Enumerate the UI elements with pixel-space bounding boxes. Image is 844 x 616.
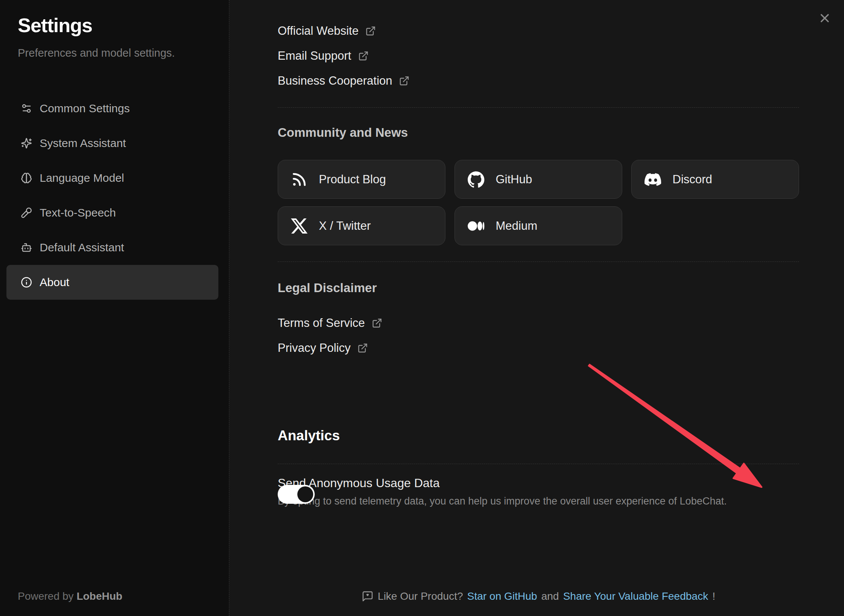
medium-icon [468, 218, 484, 234]
close-button[interactable] [816, 9, 834, 27]
sidebar-item-label: Common Settings [40, 102, 130, 115]
external-link-icon [358, 51, 369, 61]
divider [278, 107, 799, 108]
external-link-icon [399, 76, 410, 86]
share-feedback-link[interactable]: Share Your Valuable Feedback [563, 589, 708, 604]
sidebar-header: Settings Preferences and model settings. [0, 0, 229, 60]
usage-data-label: Send Anonymous Usage Data [278, 476, 799, 490]
toggle-knob [297, 486, 313, 502]
x-icon [291, 218, 308, 234]
button-label: Discord [672, 173, 712, 186]
button-label: GitHub [496, 173, 532, 186]
community-heading: Community and News [278, 125, 799, 140]
close-icon [818, 11, 832, 25]
settings-nav: Common Settings System Assistant Languag… [6, 91, 218, 300]
sidebar-item-system-assistant[interactable]: System Assistant [6, 126, 218, 161]
medium-button[interactable]: Medium [454, 206, 622, 245]
footer-text: ! [712, 589, 715, 604]
sidebar-item-label: System Assistant [40, 137, 126, 150]
external-link-icon [357, 343, 368, 353]
brain-icon [21, 172, 32, 184]
link-label: Official Website [278, 24, 359, 38]
sliders-icon [21, 103, 32, 114]
powered-by: Powered by LobeHub [18, 590, 122, 602]
sidebar-item-common-settings[interactable]: Common Settings [6, 91, 218, 126]
email-support-link[interactable]: Email Support [278, 43, 799, 68]
external-link-icon [365, 26, 376, 36]
x-twitter-button[interactable]: X / Twitter [278, 206, 445, 245]
legal-links: Terms of Service Privacy Policy [278, 311, 799, 361]
analytics-heading: Analytics [278, 428, 799, 443]
about-content: Contact Us Official Website Email Suppor… [278, 0, 799, 616]
sidebar-item-text-to-speech[interactable]: Text-to-Speech [6, 195, 218, 230]
rss-icon [291, 171, 308, 188]
footer-text: Like Our Product? [378, 589, 463, 604]
about-panel: Contact Us Official Website Email Suppor… [230, 0, 844, 616]
contact-us-heading: Contact Us [278, 0, 799, 2]
button-label: Product Blog [319, 173, 386, 186]
legal-disclaimer-heading: Legal Disclaimer [278, 280, 799, 296]
button-label: X / Twitter [319, 219, 371, 233]
terms-of-service-link[interactable]: Terms of Service [278, 311, 799, 336]
github-icon [468, 171, 484, 188]
footer-message: Like Our Product? Star on GitHub and Sha… [278, 589, 799, 604]
sidebar-item-label: About [40, 276, 69, 289]
sparkles-icon [21, 138, 32, 149]
mic-icon [21, 207, 32, 218]
button-label: Medium [496, 219, 537, 233]
sidebar-item-label: Language Model [40, 172, 124, 184]
sidebar-item-about[interactable]: About [6, 265, 218, 300]
sidebar-item-label: Text-to-Speech [40, 206, 116, 219]
official-website-link[interactable]: Official Website [278, 19, 799, 43]
discord-icon [645, 171, 661, 188]
business-cooperation-link[interactable]: Business Cooperation [278, 68, 799, 93]
feedback-bubble-icon [362, 590, 374, 602]
bot-icon [21, 242, 32, 253]
privacy-policy-link[interactable]: Privacy Policy [278, 336, 799, 361]
settings-sidebar: Settings Preferences and model settings.… [0, 0, 229, 616]
info-icon [21, 277, 32, 288]
sidebar-item-label: Default Assistant [40, 241, 124, 254]
discord-button[interactable]: Discord [631, 160, 799, 199]
link-label: Terms of Service [278, 316, 365, 330]
link-label: Privacy Policy [278, 341, 351, 355]
github-button[interactable]: GitHub [454, 160, 622, 199]
footer-text: and [541, 589, 559, 604]
sidebar-item-default-assistant[interactable]: Default Assistant [6, 230, 218, 265]
usage-data-description: By opting to send telemetry data, you ca… [278, 495, 799, 507]
divider [278, 464, 799, 464]
brand-logo[interactable]: LobeHub [77, 590, 122, 602]
page-title: Settings [18, 14, 211, 37]
page-subtitle: Preferences and model settings. [18, 46, 211, 60]
contact-links: Official Website Email Support Business … [278, 19, 799, 93]
star-on-github-link[interactable]: Star on GitHub [467, 589, 537, 604]
powered-by-text: Powered by [18, 590, 74, 602]
sidebar-item-language-model[interactable]: Language Model [6, 161, 218, 195]
external-link-icon [372, 318, 382, 328]
divider [278, 262, 799, 262]
usage-data-toggle[interactable] [278, 485, 315, 504]
link-label: Email Support [278, 49, 351, 63]
community-buttons: Product Blog GitHub Discord X / Twitter [278, 160, 799, 245]
link-label: Business Cooperation [278, 74, 392, 88]
product-blog-button[interactable]: Product Blog [278, 160, 445, 199]
